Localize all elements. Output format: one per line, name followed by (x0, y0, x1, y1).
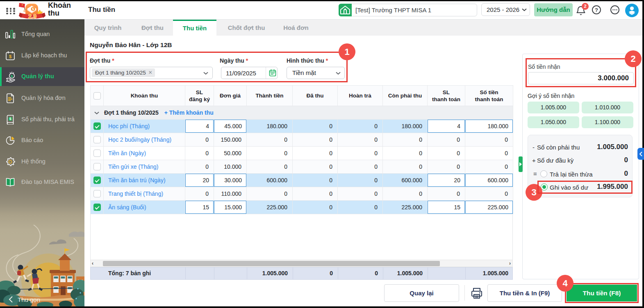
svg-text:$: $ (11, 74, 13, 78)
svg-text:$: $ (9, 54, 11, 59)
svg-text:2.9: 2.9 (28, 13, 36, 20)
svg-text:$: $ (32, 7, 34, 11)
svg-text:$: $ (9, 117, 11, 121)
svg-text:?: ? (595, 7, 598, 13)
